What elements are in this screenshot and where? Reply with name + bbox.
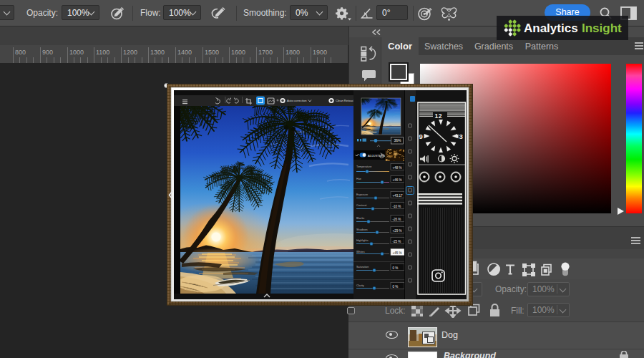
- svg-text:Whites: Whites: [356, 251, 365, 253]
- svg-text:Blacks: Blacks: [356, 217, 364, 220]
- svg-text:Highlights: Highlights: [356, 239, 369, 242]
- svg-text:Saturation: Saturation: [356, 266, 369, 268]
- svg-text:Temperature: Temperature: [356, 165, 371, 168]
- svg-text:-25 %: -25 %: [393, 240, 401, 243]
- svg-text:Exposure: Exposure: [356, 193, 368, 196]
- svg-text:Shadows: Shadows: [356, 228, 368, 231]
- svg-text:3: 3: [459, 132, 463, 140]
- svg-text:0 %: 0 %: [393, 285, 399, 289]
- svg-text:+45 %: +45 %: [393, 251, 402, 255]
- svg-text:Clarity: Clarity: [356, 284, 364, 287]
- svg-text:0 %: 0 %: [393, 266, 399, 270]
- svg-text:+46 %: +46 %: [393, 178, 402, 182]
- svg-text:-26 %: -26 %: [393, 218, 401, 221]
- svg-text:9: 9: [419, 132, 423, 140]
- svg-text:+48 %: +48 %: [393, 166, 402, 170]
- svg-text:-10 %: -10 %: [393, 205, 401, 208]
- svg-text:+29 %: +29 %: [393, 229, 402, 233]
- svg-text:Auto correction: Auto correction: [287, 99, 307, 102]
- svg-text:36%: 36%: [394, 138, 402, 142]
- svg-text:12: 12: [435, 112, 442, 120]
- svg-text:Contrast: Contrast: [356, 204, 367, 207]
- svg-text:Hue: Hue: [356, 178, 361, 180]
- svg-text:+43.17: +43.17: [393, 194, 403, 198]
